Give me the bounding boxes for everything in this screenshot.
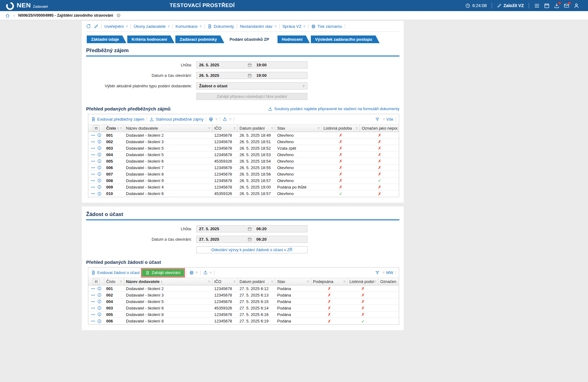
calendar-icon[interactable] bbox=[248, 73, 252, 78]
row-info-icon[interactable] bbox=[97, 293, 102, 297]
oteviranie-field[interactable]: 27. 5. 2025 06:20 bbox=[196, 236, 307, 243]
row-menu-icon[interactable] bbox=[91, 152, 95, 157]
row-menu-icon[interactable] bbox=[91, 319, 95, 323]
col-header-podepsana[interactable]: Podepsána▽ bbox=[311, 278, 348, 285]
filter-preset-dropdown[interactable]: ▽Vše bbox=[382, 117, 393, 122]
filter-chevron-icon[interactable]: ▽ bbox=[234, 127, 236, 130]
grid-export-button[interactable]: ▽ bbox=[203, 270, 212, 275]
col-header-stav[interactable]: Stav▽ bbox=[275, 125, 322, 132]
row-menu-icon[interactable] bbox=[91, 172, 95, 176]
col-header-nazev[interactable]: Název dodavatele↑▽ bbox=[124, 278, 212, 285]
table-row[interactable]: 002Dodavatel - školení 31234567826. 5. 2… bbox=[88, 139, 399, 145]
row-menu-icon[interactable] bbox=[91, 178, 95, 183]
filter-chevron-icon[interactable]: ▽ bbox=[344, 280, 345, 283]
calendar-icon[interactable] bbox=[248, 227, 252, 231]
main-menu-button[interactable] bbox=[534, 3, 540, 9]
row-info-icon[interactable] bbox=[97, 133, 102, 137]
edit-icon[interactable] bbox=[94, 24, 98, 29]
create-vz-button[interactable]: Založit VZ bbox=[497, 3, 524, 8]
tab-podani-ucastniku-zp[interactable]: Podání účastníků ZP bbox=[225, 35, 277, 43]
zahajit-otevirani-button[interactable]: Zahájit otevírání bbox=[142, 269, 184, 276]
row-menu-icon[interactable] bbox=[91, 159, 95, 164]
table-row[interactable]: 009Dodavatel - školení 41234567826. 5. 2… bbox=[88, 184, 399, 190]
table-row[interactable]: 005Dodavatel - školení 81234567827. 5. 2… bbox=[88, 311, 399, 318]
row-info-icon[interactable] bbox=[97, 172, 102, 176]
breadcrumb-item[interactable]: N006/25/V00004995 - Zajištění závodního … bbox=[18, 13, 113, 18]
messages-button[interactable] bbox=[564, 3, 569, 9]
row-info-icon[interactable] bbox=[97, 146, 102, 150]
col-header-listinna[interactable]: Listinná podoba▽ bbox=[322, 125, 360, 132]
menu-uverejneni[interactable]: Uveřejnění▽ bbox=[104, 24, 128, 29]
row-info-icon[interactable] bbox=[97, 306, 102, 310]
row-menu-icon[interactable] bbox=[91, 312, 95, 317]
filter-chevron-icon[interactable]: ▽ bbox=[271, 127, 273, 130]
calendar-icon[interactable] bbox=[248, 63, 252, 67]
col-header-ico[interactable]: IČO▽ bbox=[212, 278, 238, 285]
row-info-icon[interactable] bbox=[97, 299, 102, 304]
col-header-ico[interactable]: IČO▽ bbox=[212, 125, 238, 132]
col-header-oznacen[interactable]: Označen jako nepodaný bbox=[378, 278, 399, 285]
table-row[interactable]: 002Dodavatel - školení 31234567827. 5. 2… bbox=[88, 292, 399, 298]
row-menu-icon[interactable] bbox=[91, 165, 95, 170]
lhuta-field[interactable]: 27. 5. 2025 06:20 bbox=[196, 225, 307, 232]
col-header-oznacen[interactable]: Označen jako nepodaný bbox=[360, 125, 399, 132]
odeslani-vyzvy-button[interactable]: Odeslání výzvy k podání žádosti o účast … bbox=[196, 246, 307, 253]
row-info-icon[interactable] bbox=[97, 178, 102, 183]
filter-chevron-icon[interactable]: ▽ bbox=[208, 127, 210, 130]
row-menu-icon[interactable] bbox=[91, 133, 95, 138]
row-menu-icon[interactable] bbox=[91, 286, 95, 291]
filter-chevron-icon[interactable]: ▽ bbox=[307, 280, 309, 283]
tab-kriteria-hodnoceni[interactable]: Kritéria hodnocení bbox=[127, 35, 174, 43]
row-menu-icon[interactable] bbox=[91, 146, 95, 151]
filter-chevron-icon[interactable]: ▽ bbox=[271, 280, 273, 283]
col-header-datum[interactable]: Datum podání▽ bbox=[238, 278, 275, 285]
row-info-icon[interactable] bbox=[97, 139, 102, 144]
evidovat-zadost-button[interactable]: Evidovat žádost o účast bbox=[91, 270, 140, 275]
table-row[interactable]: 006Dodavatel - školení 81234567827. 5. 2… bbox=[88, 318, 399, 324]
downloads-button[interactable] bbox=[554, 3, 560, 9]
tab-hodnoceni[interactable]: Hodnocení bbox=[277, 35, 310, 43]
filter-chevron-icon[interactable]: ▽ bbox=[208, 280, 210, 283]
row-info-icon[interactable] bbox=[97, 165, 102, 170]
typ-podani-select[interactable]: Žádost o účast ▽ bbox=[196, 82, 307, 89]
profile-button[interactable] bbox=[573, 3, 579, 9]
row-info-icon[interactable] bbox=[97, 192, 102, 196]
soubory-podani-link[interactable]: Soubory podání najdete připravené ke sta… bbox=[268, 106, 399, 111]
row-info-icon[interactable] bbox=[97, 185, 102, 189]
filter-preset-dropdown[interactable]: ▽MW bbox=[382, 270, 393, 275]
tab-vysledek-zadavaciho-postupu[interactable]: Výsledek zadávacího postupu bbox=[311, 35, 380, 43]
row-menu-icon[interactable] bbox=[91, 185, 95, 189]
filter-chevron-icon[interactable]: ▽ bbox=[120, 127, 122, 130]
calendar-button[interactable] bbox=[544, 3, 550, 9]
table-row[interactable]: 003Dodavatel - školení 51234567826. 5. 2… bbox=[88, 145, 399, 152]
row-menu-icon[interactable] bbox=[91, 299, 95, 304]
table-row[interactable]: 010Dodavatel - školení 64535932626. 5. 2… bbox=[88, 190, 399, 197]
col-header-cislo[interactable]: Číslo↑▽ bbox=[104, 125, 124, 132]
menu-komunikace[interactable]: Komunikace▽ bbox=[176, 24, 202, 29]
column-settings-button[interactable] bbox=[93, 279, 99, 284]
table-row[interactable]: 001Dodavatel - školení 21234567826. 5. 2… bbox=[88, 132, 399, 139]
col-header-listinna[interactable]: Listinná podoba▽ bbox=[348, 278, 378, 285]
row-info-icon[interactable] bbox=[97, 319, 102, 323]
grid-print-button[interactable]: ▽ bbox=[209, 117, 217, 122]
table-row[interactable]: 001Dodavatel - školení 21234567827. 5. 2… bbox=[88, 285, 399, 292]
history-icon[interactable] bbox=[86, 24, 91, 29]
table-row[interactable]: 004Dodavatel - školení 51234567826. 5. 2… bbox=[88, 152, 399, 158]
filter-icon[interactable] bbox=[375, 117, 380, 122]
filter-chevron-icon[interactable]: ▽ bbox=[318, 127, 319, 130]
evidovat-predbezny-zajem-button[interactable]: Evidovat předběžný zájem bbox=[91, 117, 144, 122]
row-info-icon[interactable] bbox=[97, 286, 102, 291]
lhuta-field[interactable]: 26. 5. 2025 19:00 bbox=[196, 61, 307, 69]
table-row[interactable]: 006Dodavatel - školení 71234567826. 5. 2… bbox=[88, 164, 399, 171]
row-menu-icon[interactable] bbox=[91, 139, 95, 144]
grid-print-button[interactable]: ▽ bbox=[189, 270, 198, 275]
stahnout-predbezne-zajmy-button[interactable]: Stáhnout předběžné zájmy bbox=[149, 117, 203, 122]
row-info-icon[interactable] bbox=[97, 159, 102, 163]
filter-chevron-icon[interactable]: ▽ bbox=[234, 280, 236, 283]
col-header-cislo[interactable]: Číslo▽ bbox=[104, 278, 124, 285]
menu-ukony-zadavatele[interactable]: Úkony zadavatele▽ bbox=[134, 24, 170, 29]
row-menu-icon[interactable] bbox=[91, 293, 95, 297]
table-row[interactable]: 008Dodavatel - školení 91234567826. 5. 2… bbox=[88, 177, 399, 184]
filter-icon[interactable] bbox=[375, 270, 380, 275]
menu-dokumenty[interactable]: Dokumenty bbox=[207, 24, 234, 29]
